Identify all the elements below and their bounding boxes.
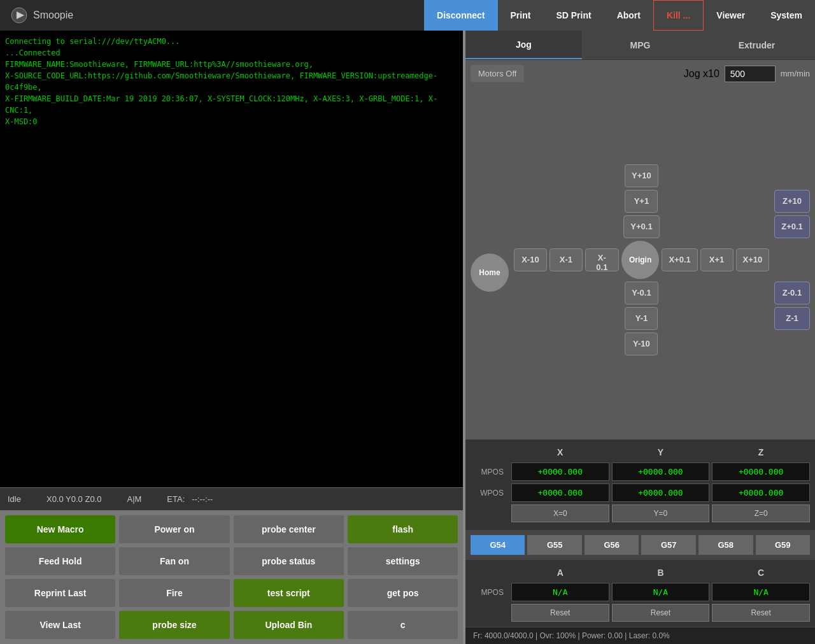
- jog-speed-input[interactable]: [725, 66, 776, 82]
- console[interactable]: Connecting to serial:///dev/ttyACM0... .…: [0, 31, 463, 487]
- console-line: X-FIRMWARE_BUILD_DATE:Mar 19 2019 20:36:…: [5, 93, 458, 116]
- jog-controls-row: Motors Off Jog x10 mm/min: [471, 65, 810, 82]
- viewer-button[interactable]: Viewer: [704, 0, 758, 31]
- x-zero-button[interactable]: X=0: [511, 504, 609, 522]
- abc-mpos-c-value: N/A: [712, 583, 810, 601]
- macro-reprint-last[interactable]: Reprint Last: [5, 579, 115, 607]
- x-minus-1-button[interactable]: X-1: [549, 248, 583, 271]
- main-area: Connecting to serial:///dev/ttyACM0... .…: [0, 31, 815, 644]
- sd-print-button[interactable]: SD Print: [543, 0, 604, 31]
- kill-button[interactable]: Kill ...: [653, 0, 704, 31]
- gcode-offsets-row: G54 G55 G56 G57 G58 G59: [465, 530, 815, 560]
- z-plus-10-button[interactable]: Z+10: [774, 190, 810, 213]
- axis-y-label: Y: [612, 445, 710, 460]
- macro-flash[interactable]: flash: [348, 515, 458, 543]
- footer-status-text: Fr: 4000.0/4000.0 | Ovr: 100% | Power: 0…: [473, 631, 670, 640]
- wpos-row: WPOS +0000.000 +0000.000 +0000.000: [471, 483, 810, 502]
- abc-reset-a-button[interactable]: Reset: [511, 604, 609, 622]
- macro-probe-center[interactable]: probe center: [234, 515, 344, 543]
- eta-label: ETA:: [167, 494, 185, 504]
- jog-button-grid: Home Y+10 Y+1 Y+0.1: [471, 85, 810, 434]
- console-line: FIRMWARE_NAME:Smoothieware, FIRMWARE_URL…: [5, 59, 458, 70]
- gcode-g56-button[interactable]: G56: [585, 535, 639, 555]
- tab-extruder[interactable]: Extruder: [698, 31, 815, 59]
- macro-fan-on[interactable]: Fan on: [119, 547, 229, 575]
- gcode-g54-button[interactable]: G54: [471, 535, 525, 555]
- abort-button[interactable]: Abort: [604, 0, 653, 31]
- y-plus-10-button[interactable]: Y+10: [625, 164, 658, 187]
- logo-icon: [10, 6, 28, 24]
- machine-position: X0.0 Y0.0 Z0.0: [46, 494, 102, 504]
- y-minus-01-button[interactable]: Y-0.1: [625, 282, 658, 304]
- y-plus-01-button[interactable]: Y+0.1: [623, 215, 659, 238]
- console-line: X-SOURCE_CODE_URL:https://github.com/Smo…: [5, 70, 458, 93]
- disconnect-button[interactable]: Disconnect: [424, 0, 497, 31]
- x-plus-1-button[interactable]: X+1: [700, 248, 734, 271]
- x-plus-10-button[interactable]: X+10: [736, 248, 769, 271]
- tab-jog[interactable]: Jog: [465, 31, 582, 59]
- macro-power-on[interactable]: Power on: [119, 515, 229, 543]
- jog-x10-label: Jog x10: [684, 68, 719, 80]
- macro-settings[interactable]: settings: [348, 547, 458, 575]
- macro-feed-hold[interactable]: Feed Hold: [5, 547, 115, 575]
- axis-a-label: A: [511, 565, 609, 580]
- gcode-g55-button[interactable]: G55: [527, 535, 582, 555]
- gcode-g58-button[interactable]: G58: [698, 535, 753, 555]
- macro-upload-bin[interactable]: Upload Bin: [234, 611, 344, 639]
- wpos-y-value: +0000.000: [612, 483, 710, 502]
- macro-get-pos[interactable]: get pos: [348, 579, 458, 607]
- mpos-z-value: +0000.000: [712, 462, 810, 481]
- macro-new-macro[interactable]: New Macro: [5, 515, 115, 543]
- system-button[interactable]: System: [758, 0, 815, 31]
- gcode-g57-button[interactable]: G57: [641, 535, 696, 555]
- macro-probe-size[interactable]: probe size: [119, 611, 229, 639]
- macro-fire[interactable]: Fire: [119, 579, 229, 607]
- x-minus-10-button[interactable]: X-10: [514, 248, 547, 271]
- origin-button[interactable]: Origin: [621, 241, 660, 279]
- abc-reset-b-button[interactable]: Reset: [612, 604, 710, 622]
- z-minus-1-button[interactable]: Z-1: [774, 307, 810, 330]
- macro-c[interactable]: c: [348, 611, 458, 639]
- position-panel: X Y Z MPOS +0000.000 +0000.000 +0000.000…: [465, 440, 815, 530]
- macro-area: New Macro Power on probe center flash Fe…: [0, 510, 463, 644]
- z-zero-button[interactable]: Z=0: [712, 504, 810, 522]
- machine-state: Idle: [8, 494, 21, 504]
- footer-status: Fr: 4000.0/4000.0 | Ovr: 100% | Power: 0…: [465, 627, 815, 644]
- eta-display: ETA: --:--:--: [167, 494, 213, 504]
- console-line: X-MSD:0: [5, 116, 458, 127]
- right-panel: Jog MPG Extruder Motors Off Jog x10 mm/m…: [465, 31, 815, 644]
- y-minus-1-button[interactable]: Y-1: [625, 307, 658, 330]
- x-minus-01-button[interactable]: X-0.1: [585, 248, 619, 271]
- y-plus-1-button[interactable]: Y+1: [625, 190, 658, 213]
- macro-probe-status[interactable]: probe status: [234, 547, 344, 575]
- print-button[interactable]: Print: [498, 0, 544, 31]
- y-minus-10-button[interactable]: Y-10: [625, 333, 658, 355]
- eta-value: --:--:--: [192, 494, 213, 504]
- x-plus-01-button[interactable]: X+0.1: [662, 248, 697, 271]
- top-nav: Smoopie Disconnect Print SD Print Abort …: [0, 0, 815, 31]
- motors-off-button[interactable]: Motors Off: [471, 65, 524, 82]
- mpos-label: MPOS: [471, 468, 509, 476]
- abc-mpos-label: MPOS: [471, 588, 509, 597]
- wpos-z-value: +0000.000: [712, 483, 810, 502]
- axis-z-label: Z: [712, 445, 810, 460]
- axis-c-label: C: [712, 565, 810, 580]
- z-plus-01-button[interactable]: Z+0.1: [774, 215, 810, 238]
- jog-speed-area: Jog x10 mm/min: [684, 66, 810, 82]
- macro-test-script[interactable]: test script: [234, 579, 344, 607]
- tab-mpg[interactable]: MPG: [582, 31, 698, 59]
- pos-axis-headers: X Y Z: [471, 445, 810, 460]
- home-button[interactable]: Home: [471, 254, 509, 292]
- macro-view-last[interactable]: View Last: [5, 611, 115, 639]
- wpos-x-value: +0000.000: [511, 483, 609, 502]
- machine-mode: A|M: [127, 494, 141, 504]
- gcode-g59-button[interactable]: G59: [756, 535, 811, 555]
- jog-tabs: Jog MPG Extruder: [465, 31, 815, 60]
- console-line: ...Connected: [5, 47, 458, 59]
- mpos-row: MPOS +0000.000 +0000.000 +0000.000: [471, 462, 810, 481]
- z-minus-01-button[interactable]: Z-0.1: [774, 282, 810, 304]
- z-axis-column: Z+10 Z+0.1 Z-0.1 Z-1: [774, 190, 810, 330]
- mpos-y-value: +0000.000: [612, 462, 710, 481]
- y-zero-button[interactable]: Y=0: [612, 504, 710, 522]
- abc-reset-c-button[interactable]: Reset: [712, 604, 810, 622]
